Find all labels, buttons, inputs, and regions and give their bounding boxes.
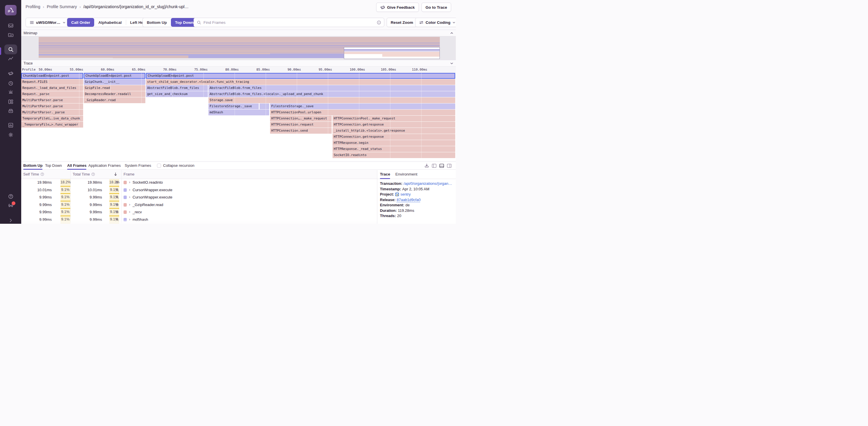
flame-frame[interactable]: _GzipReader.read [84, 97, 145, 103]
flame-frame[interactable]: HTTPConnection.send [270, 128, 332, 134]
expand-chevron-icon[interactable]: › [129, 188, 130, 192]
color-coding-button[interactable]: Color Coding [415, 18, 456, 27]
self-time-column-header[interactable]: Self Time [23, 172, 44, 176]
minimap-section-header[interactable]: Minimap [21, 30, 456, 36]
detail-value[interactable]: 87aab1d9cfa0 [397, 197, 420, 203]
flame-frame[interactable]: start_child_span_decorator.<locals>.func… [146, 79, 455, 85]
info-icon[interactable] [377, 20, 381, 25]
flame-frame[interactable]: HTTPResponse.begin [333, 140, 455, 146]
chevron-up-icon[interactable] [450, 31, 454, 35]
sidebar-item-crons[interactable] [0, 108, 21, 113]
breadcrumb-profile-summary[interactable]: Profile Summary [47, 4, 77, 9]
flame-frame[interactable]: Storage.save [209, 97, 455, 103]
flame-frame[interactable]: GzipFile.read [84, 85, 145, 91]
flame-frame-selected[interactable]: ChunkUploadEndpoint.post [84, 73, 145, 79]
flame-frame[interactable] [259, 103, 269, 109]
flame-frame[interactable]: FilestoreStorage._save [209, 103, 259, 109]
flame-frame[interactable]: AbstractFileBlob.from_files.<locals>._up… [209, 91, 455, 97]
frame-column-header[interactable]: Frame [124, 172, 134, 176]
layout-left-icon[interactable] [432, 164, 437, 168]
flame-frame[interactable]: GzipChunk.__init__ [84, 79, 145, 85]
sidebar-item-issues[interactable] [0, 23, 21, 29]
flame-frame[interactable]: AbstractFileBlob.from_files [146, 85, 208, 91]
search-input[interactable] [204, 20, 374, 25]
flame-frame[interactable]: HTTPConnection…._make_request [270, 116, 332, 122]
flame-frame[interactable]: _install_httplib.<locals>.getresponse [333, 128, 455, 134]
collapse-recursion-checkbox[interactable] [157, 164, 161, 168]
tab-application-frames[interactable]: Application Frames [88, 163, 121, 168]
breadcrumb-profiling[interactable]: Profiling [26, 4, 40, 9]
sidebar-item-broadcasts[interactable] [0, 202, 21, 208]
expand-chevron-icon[interactable]: › [129, 180, 130, 184]
thread-selector[interactable]: uWSGIWor… [26, 18, 70, 27]
minimap-selection-window[interactable] [344, 47, 440, 59]
frame-table-row[interactable]: 9.99ms9.1%9.99ms9.1%›_recv [21, 209, 377, 216]
flame-frame[interactable]: Request._parse [21, 91, 83, 97]
download-icon[interactable] [425, 163, 429, 168]
sidebar-item-projects[interactable] [0, 32, 21, 38]
flame-frame[interactable]: MultiPartParser.parse [21, 97, 83, 103]
tab-all-frames[interactable]: All Frames [67, 163, 86, 168]
trace-section-header[interactable]: Trace [21, 60, 456, 67]
sidebar-item-releases[interactable] [0, 80, 21, 86]
sidebar-item-explore[interactable] [0, 44, 21, 54]
flame-frame[interactable]: Request.FILES [21, 79, 83, 85]
layout-right-icon[interactable] [447, 164, 452, 168]
flame-frame[interactable]: DecompressReader.readall [84, 91, 145, 97]
sidebar-item-stats[interactable] [0, 122, 21, 128]
tab-system-frames[interactable]: System Frames [125, 163, 151, 168]
sidebar-item-collapse[interactable] [0, 218, 21, 223]
give-feedback-button[interactable]: Give Feedback [376, 3, 418, 12]
reset-zoom-button[interactable]: Reset Zoom [386, 18, 417, 27]
direction-option-bottom-up[interactable]: Bottom Up [143, 18, 171, 27]
sidebar-item-dashboards[interactable] [0, 56, 21, 62]
frame-table-row[interactable]: 9.99ms9.1%9.99ms9.1%›CursorWrapper.execu… [21, 194, 377, 201]
go-to-trace-button[interactable]: Go to Trace [422, 3, 451, 12]
expand-chevron-icon[interactable]: › [129, 202, 130, 207]
detail-value[interactable]: sentry [400, 192, 410, 197]
flame-frame[interactable]: HTTPResponse._read_status [333, 146, 455, 152]
detail-value[interactable]: /api/0/organizations/{organ… [403, 181, 452, 187]
flame-frame[interactable]: Request._load_data_and_files [21, 85, 83, 91]
flame-frame[interactable]: HTTPConnection.getresponse [333, 134, 455, 140]
find-frames-search[interactable] [194, 18, 384, 27]
flame-frame[interactable]: get_size_and_checksum [146, 91, 208, 97]
chevron-down-icon[interactable] [450, 62, 454, 65]
sidebar-item-insights[interactable] [0, 99, 21, 105]
flame-frame[interactable]: HTTPConnection.getresponse [333, 122, 455, 128]
tab-bottom-up[interactable]: Bottom Up [23, 163, 42, 168]
sort-option-call-order[interactable]: Call Order [67, 18, 94, 27]
tab-environment[interactable]: Environment [395, 172, 417, 176]
expand-chevron-icon[interactable]: › [129, 195, 130, 199]
flamegraph-canvas[interactable]: ChunkUploadEndpoint.postChunkUploadEndpo… [0, 73, 456, 161]
sort-option-alphabetical[interactable]: Alphabetical [94, 18, 126, 27]
flame-frame[interactable]: HTTPConnection.request [270, 122, 332, 128]
flame-frame[interactable]: _TemporaryFile…>.func_wrapper [21, 122, 83, 128]
layout-bottom-icon[interactable] [439, 164, 444, 168]
flame-frame-selected[interactable]: ChunkUploadEndpoint.post [21, 73, 83, 79]
flame-frame[interactable]: MultiPartParser.parse [21, 103, 83, 109]
tab-trace[interactable]: Trace [380, 172, 390, 176]
flame-frame[interactable]: md5hash [209, 109, 269, 116]
flame-frame[interactable]: FilestoreStorage._save [270, 103, 455, 109]
flame-frame-selected[interactable]: ChunkUploadEndpoint.post [146, 73, 455, 79]
frame-table-row[interactable]: 10.01ms9.1%10.01ms9.1%›CursorWrapper.exe… [21, 187, 377, 194]
sidebar-item-settings[interactable] [0, 132, 21, 138]
sidebar-item-help[interactable] [0, 194, 21, 199]
tab-top-down[interactable]: Top Down [45, 163, 62, 168]
frame-table-row[interactable]: 19.98ms18.2%19.98ms18.2%›SocketIO.readin… [21, 179, 377, 187]
frame-table-row[interactable]: 9.99ms9.1%9.99ms9.1%›_GzipReader.read [21, 201, 377, 209]
expand-chevron-icon[interactable]: › [129, 210, 130, 214]
total-time-column-header[interactable]: Total Time [73, 172, 95, 176]
flame-frame[interactable]: TemporaryFileU….ive_data_chunk [21, 116, 83, 122]
flame-frame[interactable]: MultiPartParser._parse [21, 109, 83, 116]
sidebar-item-sentry-logo[interactable] [0, 5, 21, 15]
sidebar-item-feedback[interactable] [0, 70, 21, 76]
flame-frame[interactable]: SocketIO.readinto [333, 152, 455, 158]
flame-frame[interactable]: HTTPConnectionPool.urlopen [270, 109, 455, 116]
sidebar-item-alerts[interactable] [0, 90, 21, 95]
minimap-canvas[interactable] [21, 36, 456, 60]
flame-frame[interactable]: AbstractFileBlob.from_files [209, 85, 455, 91]
sort-descending-icon[interactable] [114, 172, 118, 176]
flame-frame[interactable]: HTTPConnectionPool._make_request [333, 116, 455, 122]
